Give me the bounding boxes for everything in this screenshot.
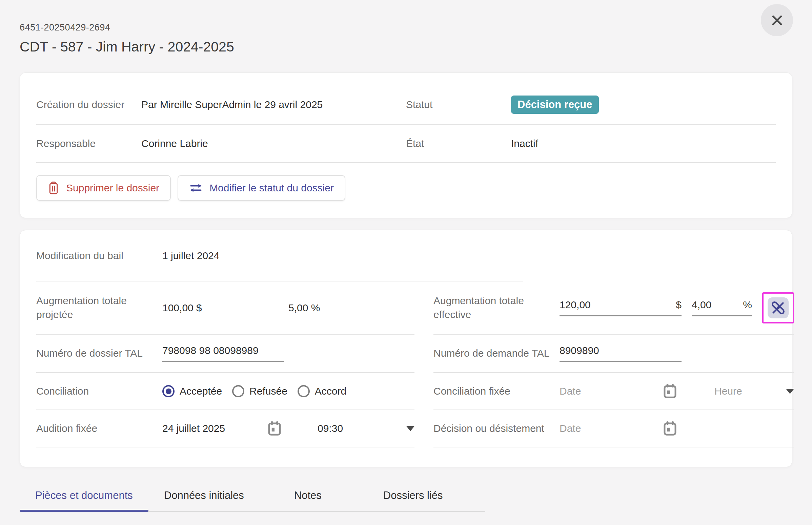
creation-value: Par Mireille SuperAdmin le 29 avril 2025 [141,98,406,112]
dollar-suffix: $ [676,299,681,311]
detail-tabs: Pièces et documents Données initiales No… [20,481,485,512]
calendar-icon [268,421,281,436]
change-status-label: Modifier le statut du dossier [209,182,334,194]
row-modification-bail: Modification du bail 1 juillet 2024 [36,230,414,282]
decision-date-placeholder: Date [560,423,581,434]
creation-label: Création du dossier [36,98,141,112]
row-audition-fixee: Audition fixée 24 juillet 2025 [36,410,414,447]
radio-selected-icon [162,385,175,397]
trash-icon [48,182,59,194]
augmentation-projetee-label: Augmentation totale projetée [36,294,162,321]
decision-date-picker[interactable]: Date [560,421,677,436]
conciliation-label: Conciliation [36,385,162,398]
modification-bail-value: 1 juillet 2024 [162,249,219,263]
radio-accord[interactable]: Accord [298,385,346,397]
modification-bail-label: Modification du bail [36,249,162,263]
etat-value: Inactif [511,137,776,151]
tab-notes[interactable]: Notes [279,481,337,511]
dossier-info-card: Création du dossier Par Mireille SuperAd… [20,73,792,218]
responsable-value: Corinne Labrie [141,137,406,151]
row-decision-desistement: Décision ou désistement Date [433,410,794,447]
conciliation-date-picker[interactable]: Date [560,384,677,398]
row-numero-dossier-tal: Numéro de dossier TAL 798098 98 08098989 [36,335,414,373]
augmentation-effective-label: Augmentation totale effective [433,294,560,321]
radio-refusee-label: Refusée [249,386,287,397]
numero-dossier-tal-label: Numéro de dossier TAL [36,346,162,360]
unlink-toggle-button[interactable] [768,297,788,318]
row-augmentation-projetee: Augmentation totale projetée 100,00 $ 5,… [36,282,414,335]
dossier-form-card: Modification du bail 1 juillet 2024 Augm… [20,230,792,467]
radio-acceptee[interactable]: Acceptée [162,385,222,397]
status-badge: Décision reçue [511,95,599,114]
conciliation-time-select[interactable]: Heure [714,386,794,397]
caret-down-icon [406,426,414,431]
conciliation-radio-group: Acceptée Refusée Accord [162,385,346,397]
dossier-detail-modal: 6451-20250429-2694 CDT - 587 - Jim Harry… [0,0,812,512]
audition-date-value: 24 juillet 2025 [162,423,225,434]
radio-accord-label: Accord [315,386,346,397]
amount-value: 120,00 [560,299,591,311]
page-title: CDT - 587 - Jim Harry - 2024-2025 [20,39,792,55]
tab-dossiers-lies[interactable]: Dossiers liés [368,481,459,511]
form-right-column: Augmentation totale effective 120,00 $ 4… [433,230,794,447]
radio-refusee[interactable]: Refusée [232,385,287,397]
tab-donnees-initiales[interactable]: Données initiales [148,481,260,511]
responsable-label: Responsable [36,137,141,151]
calendar-icon [664,384,677,398]
dossier-actions: Supprimer le dossier Modifier le statut … [36,163,776,201]
modal-header: 6451-20250429-2694 CDT - 587 - Jim Harry… [20,0,792,55]
info-row-responsable: Responsable Corinne Labrie État Inactif [36,125,776,163]
decision-desistement-label: Décision ou désistement [433,422,560,436]
unlink-highlight-box [762,292,794,324]
percent-suffix: % [743,299,752,311]
numero-dossier-tal-input[interactable]: 798098 98 08098989 [162,345,284,362]
statut-label: Statut [406,98,511,112]
link-slash-icon [770,300,786,316]
row-numero-demande-tal: Numéro de demande TAL 8909890 [433,335,794,373]
audition-time-select[interactable]: 09:30 [318,423,414,434]
augmentation-effective-percent-input[interactable]: 4,00 % [692,299,752,316]
numero-demande-tal-input[interactable]: 8909890 [560,345,681,362]
audition-time-value: 09:30 [318,423,343,434]
close-icon [771,14,784,27]
info-row-creation: Création du dossier Par Mireille SuperAd… [36,85,776,125]
audition-fixee-label: Audition fixée [36,422,162,436]
tab-pieces-et-documents[interactable]: Pièces et documents [20,481,148,511]
row-augmentation-effective: Augmentation totale effective 120,00 $ 4… [433,282,794,335]
row-conciliation-fixee: Conciliation fixée Date [433,373,794,410]
percent-value: 4,00 [692,299,711,311]
conciliation-fixee-label: Conciliation fixée [433,385,560,398]
form-left-column: Modification du bail 1 juillet 2024 Augm… [36,230,414,447]
conciliation-date-placeholder: Date [560,386,581,397]
numero-demande-tal-value: 8909890 [560,345,599,356]
etat-label: État [406,137,511,151]
delete-dossier-button[interactable]: Supprimer le dossier [36,175,171,201]
radio-unselected-icon [298,385,310,397]
radio-acceptee-label: Acceptée [180,386,222,397]
dossier-id: 6451-20250429-2694 [20,22,792,33]
caret-down-icon [786,389,794,394]
radio-unselected-icon [232,385,244,397]
numero-dossier-tal-value: 798098 98 08098989 [162,345,259,356]
conciliation-time-placeholder: Heure [714,386,742,397]
swap-arrows-icon [189,183,203,193]
close-button[interactable] [761,4,793,36]
calendar-icon [664,421,677,436]
augmentation-projetee-amount: 100,00 $ [162,302,289,314]
numero-demande-tal-label: Numéro de demande TAL [433,346,560,360]
delete-dossier-label: Supprimer le dossier [66,182,159,194]
change-status-button[interactable]: Modifier le statut du dossier [178,175,345,201]
audition-date-picker[interactable]: 24 juillet 2025 [162,421,281,436]
augmentation-projetee-percent: 5,00 % [289,302,414,314]
augmentation-effective-amount-input[interactable]: 120,00 $ [560,299,681,316]
row-conciliation: Conciliation Acceptée Refusée Accord [36,373,414,410]
spacer [433,230,794,282]
